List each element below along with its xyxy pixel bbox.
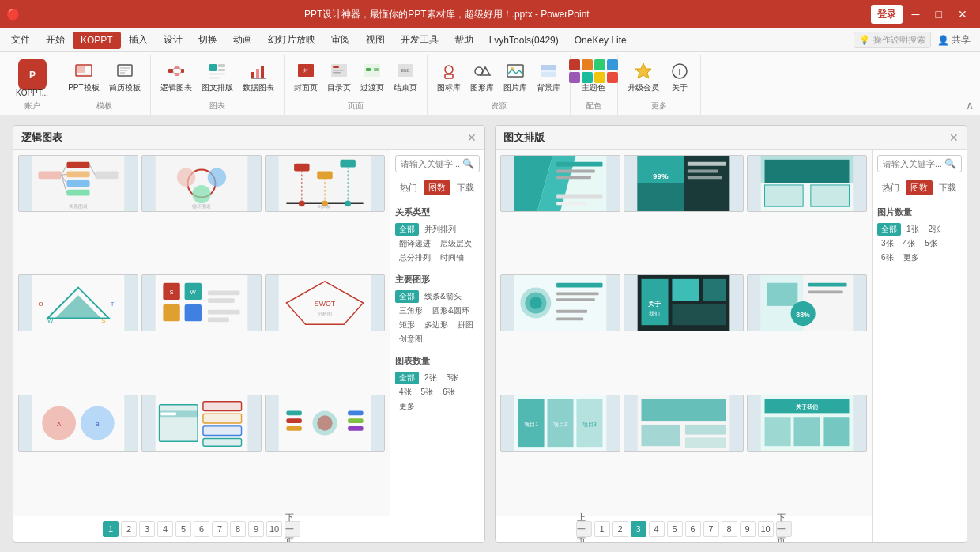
tl-filter-2[interactable]: 2张 bbox=[925, 223, 945, 236]
tl-filter-5[interactable]: 5张 bbox=[921, 237, 941, 250]
tl-page-1[interactable]: 1 bbox=[594, 521, 610, 537]
tl-page-4[interactable]: 4 bbox=[649, 521, 665, 537]
thumb-7[interactable]: AB bbox=[18, 395, 138, 452]
simple-template-btn[interactable]: 简历模板 bbox=[106, 59, 144, 95]
page-next[interactable]: 下一页 bbox=[285, 521, 300, 537]
text-layout-search-input[interactable] bbox=[883, 159, 941, 168]
filter-4[interactable]: 4张 bbox=[395, 386, 416, 399]
page-4[interactable]: 4 bbox=[157, 521, 173, 537]
tl-page-2[interactable]: 2 bbox=[612, 521, 628, 537]
filter-6[interactable]: 6张 bbox=[439, 386, 459, 399]
tl-page-10[interactable]: 10 bbox=[758, 521, 774, 537]
thumb-4[interactable]: WSOT bbox=[18, 274, 138, 331]
tl-filter-4[interactable]: 4张 bbox=[899, 237, 920, 250]
menu-dev[interactable]: 开发工具 bbox=[393, 30, 447, 50]
tl-filter-6[interactable]: 6张 bbox=[877, 251, 898, 264]
ppt-template-btn[interactable]: PPT模板 bbox=[65, 59, 102, 95]
ribbon-collapse-btn[interactable]: ∧ bbox=[966, 55, 974, 115]
menu-onekey[interactable]: OneKey Lite bbox=[567, 32, 635, 49]
filter-creative[interactable]: 创意图 bbox=[395, 333, 427, 346]
thumb-3[interactable]: 时间轴 bbox=[265, 155, 385, 212]
filter-2[interactable]: 2张 bbox=[420, 372, 441, 384]
tl-prev[interactable]: 上一页 bbox=[576, 521, 592, 537]
koppt-btn[interactable]: P KOPPT... bbox=[13, 59, 51, 99]
logic-chart-panel-close[interactable]: ✕ bbox=[467, 131, 477, 144]
page-2[interactable]: 2 bbox=[121, 521, 137, 537]
logic-chart-search-input[interactable] bbox=[401, 159, 459, 168]
filter-summary[interactable]: 总分排列 bbox=[395, 251, 435, 264]
data-chart-btn[interactable]: 数据图表 bbox=[239, 59, 277, 95]
text-layout-panel-close[interactable]: ✕ bbox=[949, 131, 959, 144]
menu-lvyh[interactable]: LvyhTools(0429) bbox=[481, 32, 567, 49]
text-layout-search[interactable]: 🔍 bbox=[877, 155, 962, 172]
filter-lines[interactable]: 线条&箭头 bbox=[420, 290, 466, 303]
tl-filter-1[interactable]: 1张 bbox=[903, 223, 923, 236]
theme-color-btn[interactable]: 主题色 bbox=[579, 59, 609, 95]
tl-thumb-2[interactable]: 99% bbox=[624, 155, 744, 212]
menu-insert[interactable]: 插入 bbox=[121, 30, 156, 50]
page-6[interactable]: 6 bbox=[194, 521, 209, 537]
menu-file[interactable]: 文件 bbox=[3, 30, 38, 50]
filter-hierarchy[interactable]: 层级层次 bbox=[436, 237, 476, 250]
tab-download[interactable]: 下载 bbox=[452, 180, 479, 195]
shape-lib-btn[interactable]: 图形库 bbox=[467, 59, 497, 95]
page-3[interactable]: 3 bbox=[139, 521, 155, 537]
cover-page-btn[interactable]: 封 封面页 bbox=[291, 59, 321, 95]
page-9[interactable]: 9 bbox=[248, 521, 264, 537]
minimize-button[interactable]: ─ bbox=[906, 0, 926, 28]
filter-polygon[interactable]: 多边形 bbox=[420, 319, 452, 331]
share-button[interactable]: 👤 共享 bbox=[931, 33, 977, 47]
tl-tab-hot[interactable]: 热门 bbox=[877, 180, 904, 195]
thumb-5[interactable]: SW bbox=[141, 274, 262, 331]
filter-all-1[interactable]: 全部 bbox=[395, 223, 419, 236]
tl-page-8[interactable]: 8 bbox=[722, 521, 737, 537]
filter-all-3[interactable]: 全部 bbox=[395, 372, 419, 384]
page-8[interactable]: 8 bbox=[230, 521, 246, 537]
thumb-2[interactable]: 循环图表 bbox=[141, 155, 262, 212]
filter-circle[interactable]: 圆形&圆环 bbox=[428, 304, 473, 317]
tl-thumb-9[interactable]: 关于我们 bbox=[747, 395, 867, 452]
login-button[interactable]: 登录 bbox=[871, 5, 903, 24]
menu-animation[interactable]: 动画 bbox=[225, 30, 260, 50]
page-1[interactable]: 1 bbox=[103, 521, 119, 537]
text-layout-btn[interactable]: 图文排版 bbox=[198, 59, 236, 95]
toc-page-btn[interactable]: 目录页 bbox=[324, 59, 354, 95]
thumb-1[interactable]: 关系图表 bbox=[18, 155, 138, 212]
filter-5[interactable]: 5张 bbox=[417, 386, 438, 399]
filter-all-2[interactable]: 全部 bbox=[395, 290, 419, 303]
filter-parallel[interactable]: 并列排列 bbox=[420, 223, 460, 236]
thumb-9[interactable] bbox=[265, 395, 385, 452]
filter-3[interactable]: 3张 bbox=[443, 372, 463, 384]
close-button[interactable]: ✕ bbox=[952, 0, 974, 28]
tl-tab-download[interactable]: 下载 bbox=[934, 180, 961, 195]
page-7[interactable]: 7 bbox=[212, 521, 228, 537]
filter-translate[interactable]: 翻译递进 bbox=[395, 237, 435, 250]
premium-btn[interactable]: 升级会员 bbox=[624, 59, 662, 95]
end-page-btn[interactable]: END 结束页 bbox=[390, 59, 420, 95]
menu-design[interactable]: 设计 bbox=[156, 30, 190, 50]
logic-chart-search[interactable]: 🔍 bbox=[395, 155, 480, 172]
tl-thumb-6[interactable]: 88% bbox=[747, 274, 867, 331]
tl-tab-count[interactable]: 图数 bbox=[906, 180, 933, 195]
tl-page-5[interactable]: 5 bbox=[667, 521, 683, 537]
logic-chart-btn[interactable]: 逻辑图表 bbox=[157, 59, 195, 95]
filter-timeline[interactable]: 时间轴 bbox=[436, 251, 468, 264]
menu-view[interactable]: 视图 bbox=[358, 30, 393, 50]
filter-puzzle[interactable]: 拼图 bbox=[454, 319, 477, 331]
tl-thumb-3[interactable] bbox=[747, 155, 867, 212]
menu-koppt[interactable]: KOPPT bbox=[73, 32, 121, 49]
menu-review[interactable]: 审阅 bbox=[323, 30, 358, 50]
tab-count[interactable]: 图数 bbox=[424, 180, 450, 195]
tl-filter-more[interactable]: 更多 bbox=[899, 251, 923, 264]
photo-lib-btn[interactable]: 图片库 bbox=[500, 59, 530, 95]
tl-page-6[interactable]: 6 bbox=[685, 521, 701, 537]
menu-help[interactable]: 帮助 bbox=[447, 30, 481, 50]
bg-lib-btn[interactable]: 背景库 bbox=[533, 59, 564, 95]
thumb-8[interactable] bbox=[141, 395, 262, 452]
transition-page-btn[interactable]: 过渡页 bbox=[357, 59, 387, 95]
menu-slideshow[interactable]: 幻灯片放映 bbox=[260, 30, 323, 50]
tl-thumb-5[interactable]: 关于我们 bbox=[624, 274, 744, 331]
tl-page-7[interactable]: 7 bbox=[703, 521, 719, 537]
tl-next[interactable]: 下一页 bbox=[776, 521, 792, 537]
page-5[interactable]: 5 bbox=[175, 521, 191, 537]
